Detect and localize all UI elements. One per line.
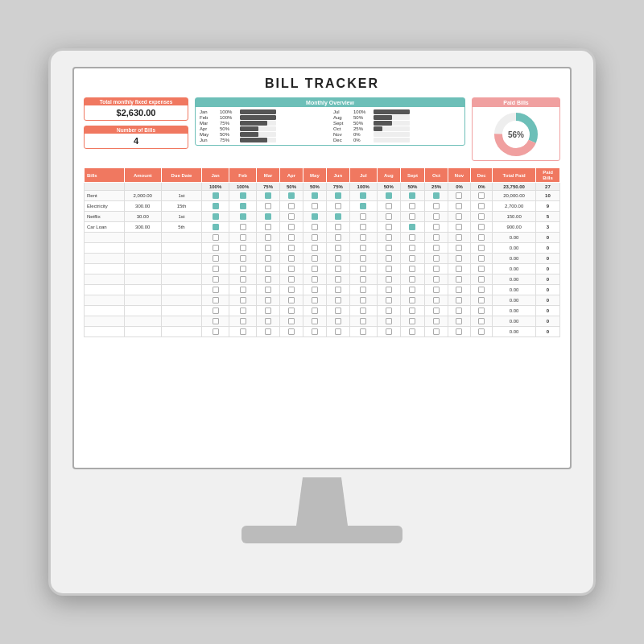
- checkbox-empty[interactable]: [335, 266, 341, 272]
- check-cell[interactable]: [257, 306, 280, 316]
- check-cell[interactable]: [470, 212, 492, 222]
- checkbox-checked[interactable]: [335, 213, 341, 220]
- checkbox-empty[interactable]: [478, 318, 485, 324]
- checkbox-empty[interactable]: [360, 213, 366, 220]
- check-cell[interactable]: [425, 285, 448, 295]
- checkbox-empty[interactable]: [478, 224, 485, 230]
- checkbox-empty[interactable]: [240, 308, 246, 314]
- check-cell[interactable]: [425, 222, 448, 233]
- check-cell[interactable]: [202, 264, 229, 275]
- checkbox-empty[interactable]: [409, 287, 415, 293]
- check-cell[interactable]: [425, 233, 448, 243]
- checkbox-empty[interactable]: [386, 213, 392, 220]
- check-cell[interactable]: [326, 201, 349, 212]
- check-cell[interactable]: [400, 295, 424, 306]
- check-cell[interactable]: [326, 191, 349, 201]
- check-cell[interactable]: [229, 316, 257, 327]
- check-cell[interactable]: [377, 212, 400, 222]
- check-cell[interactable]: [425, 316, 448, 327]
- checkbox-empty[interactable]: [433, 297, 440, 303]
- checkbox-empty[interactable]: [265, 245, 271, 251]
- check-cell[interactable]: [377, 285, 400, 295]
- checkbox-empty[interactable]: [456, 213, 462, 220]
- checkbox-empty[interactable]: [288, 245, 295, 251]
- check-cell[interactable]: [202, 254, 229, 264]
- check-cell[interactable]: [326, 275, 349, 285]
- check-cell[interactable]: [448, 275, 471, 285]
- check-cell[interactable]: [400, 212, 424, 222]
- checkbox-empty[interactable]: [312, 297, 318, 303]
- checkbox-checked[interactable]: [409, 192, 415, 199]
- check-cell[interactable]: [229, 264, 257, 275]
- check-cell[interactable]: [202, 212, 229, 222]
- checkbox-empty[interactable]: [265, 328, 271, 335]
- checkbox-empty[interactable]: [213, 328, 219, 335]
- checkbox-empty[interactable]: [213, 266, 219, 272]
- check-cell[interactable]: [377, 327, 400, 337]
- checkbox-empty[interactable]: [478, 287, 485, 293]
- checkbox-empty[interactable]: [213, 308, 219, 314]
- check-cell[interactable]: [448, 201, 471, 212]
- check-cell[interactable]: [470, 327, 492, 337]
- checkbox-empty[interactable]: [240, 276, 246, 283]
- check-cell[interactable]: [377, 275, 400, 285]
- check-cell[interactable]: [229, 191, 257, 201]
- check-cell[interactable]: [349, 327, 377, 337]
- checkbox-empty[interactable]: [312, 255, 318, 262]
- checkbox-checked[interactable]: [213, 203, 219, 209]
- check-cell[interactable]: [400, 191, 424, 201]
- check-cell[interactable]: [448, 285, 471, 295]
- check-cell[interactable]: [229, 201, 257, 212]
- checkbox-checked[interactable]: [312, 213, 318, 220]
- checkbox-empty[interactable]: [335, 287, 341, 293]
- check-cell[interactable]: [303, 316, 326, 327]
- checkbox-empty[interactable]: [409, 318, 415, 324]
- check-cell[interactable]: [377, 254, 400, 264]
- checkbox-empty[interactable]: [456, 266, 462, 272]
- check-cell[interactable]: [229, 285, 257, 295]
- checkbox-empty[interactable]: [265, 276, 271, 283]
- checkbox-empty[interactable]: [478, 328, 485, 335]
- check-cell[interactable]: [257, 316, 280, 327]
- check-cell[interactable]: [448, 233, 471, 243]
- checkbox-empty[interactable]: [433, 318, 440, 324]
- check-cell[interactable]: [349, 222, 377, 233]
- check-cell[interactable]: [448, 306, 471, 316]
- checkbox-empty[interactable]: [478, 192, 485, 199]
- checkbox-empty[interactable]: [213, 287, 219, 293]
- checkbox-checked[interactable]: [288, 192, 295, 199]
- checkbox-empty[interactable]: [213, 234, 219, 241]
- check-cell[interactable]: [470, 264, 492, 275]
- checkbox-empty[interactable]: [409, 234, 415, 241]
- check-cell[interactable]: [377, 222, 400, 233]
- checkbox-empty[interactable]: [386, 234, 392, 241]
- checkbox-empty[interactable]: [456, 255, 462, 262]
- checkbox-empty[interactable]: [433, 234, 440, 241]
- checkbox-empty[interactable]: [386, 297, 392, 303]
- check-cell[interactable]: [257, 201, 280, 212]
- checkbox-empty[interactable]: [335, 276, 341, 283]
- check-cell[interactable]: [400, 306, 424, 316]
- check-cell[interactable]: [349, 275, 377, 285]
- checkbox-empty[interactable]: [456, 297, 462, 303]
- checkbox-checked[interactable]: [240, 213, 246, 220]
- check-cell[interactable]: [202, 327, 229, 337]
- checkbox-empty[interactable]: [265, 234, 271, 241]
- checkbox-empty[interactable]: [265, 255, 271, 262]
- checkbox-empty[interactable]: [288, 234, 295, 241]
- checkbox-empty[interactable]: [409, 328, 415, 335]
- check-cell[interactable]: [470, 222, 492, 233]
- check-cell[interactable]: [470, 306, 492, 316]
- checkbox-empty[interactable]: [240, 328, 246, 335]
- check-cell[interactable]: [470, 275, 492, 285]
- checkbox-empty[interactable]: [456, 287, 462, 293]
- check-cell[interactable]: [303, 212, 326, 222]
- check-cell[interactable]: [400, 327, 424, 337]
- check-cell[interactable]: [229, 212, 257, 222]
- checkbox-empty[interactable]: [386, 245, 392, 251]
- checkbox-empty[interactable]: [288, 213, 295, 220]
- checkbox-empty[interactable]: [478, 255, 485, 262]
- check-cell[interactable]: [257, 295, 280, 306]
- checkbox-empty[interactable]: [240, 266, 246, 272]
- check-cell[interactable]: [257, 264, 280, 275]
